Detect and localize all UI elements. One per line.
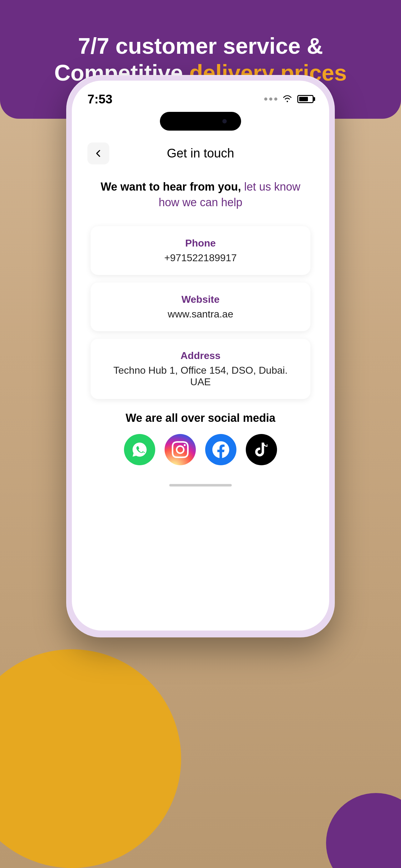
instagram-button[interactable]	[165, 434, 196, 465]
tiktok-icon	[253, 441, 270, 458]
whatsapp-icon	[131, 441, 148, 458]
social-heading: We are all over social media	[91, 411, 310, 425]
address-card[interactable]: Address Techno Hub 1, Office 154, DSO, D…	[91, 339, 310, 399]
address-value: Techno Hub 1, Office 154, DSO, Dubai. UA…	[103, 365, 298, 388]
phone-card[interactable]: Phone +971522189917	[91, 226, 310, 275]
back-arrow-icon	[93, 148, 103, 158]
address-label: Address	[103, 350, 298, 362]
instagram-icon	[172, 441, 189, 458]
status-time: 7:53	[88, 92, 112, 106]
battery-icon	[297, 95, 313, 103]
phone-label: Phone	[103, 238, 298, 249]
status-icons	[264, 94, 313, 104]
signal-dot-3	[274, 97, 277, 101]
home-indicator	[169, 484, 232, 487]
status-bar: 7:53	[72, 81, 329, 109]
website-label: Website	[103, 294, 298, 305]
signal-dot-2	[269, 97, 272, 101]
page-title: Get in touch	[167, 146, 234, 160]
banner-line1: 7/7 customer service &	[54, 32, 347, 59]
social-icons-row	[91, 434, 310, 465]
phone-value: +971522189917	[103, 252, 298, 264]
hero-bold: We want to hear from you,	[101, 180, 241, 193]
signal-dot-1	[264, 97, 267, 101]
signal-dots	[264, 97, 277, 101]
phone-inner: 7:53	[72, 81, 329, 630]
tiktok-button[interactable]	[246, 434, 277, 465]
dynamic-island	[160, 112, 241, 131]
whatsapp-button[interactable]	[124, 434, 155, 465]
facebook-button[interactable]	[205, 434, 236, 465]
phone-frame: 7:53	[66, 75, 335, 638]
nav-bar: Get in touch	[72, 140, 329, 166]
hero-text: We want to hear from you, let us know ho…	[91, 179, 310, 211]
content-area: We want to hear from you, let us know ho…	[72, 166, 329, 508]
facebook-icon	[212, 441, 229, 458]
wifi-icon	[282, 94, 293, 104]
website-value: www.santra.ae	[103, 308, 298, 320]
top-bar	[72, 109, 329, 137]
battery-fill	[299, 97, 308, 101]
phone-wrapper: 7:53	[66, 75, 335, 638]
website-card[interactable]: Website www.santra.ae	[91, 282, 310, 331]
back-button[interactable]	[88, 143, 109, 164]
